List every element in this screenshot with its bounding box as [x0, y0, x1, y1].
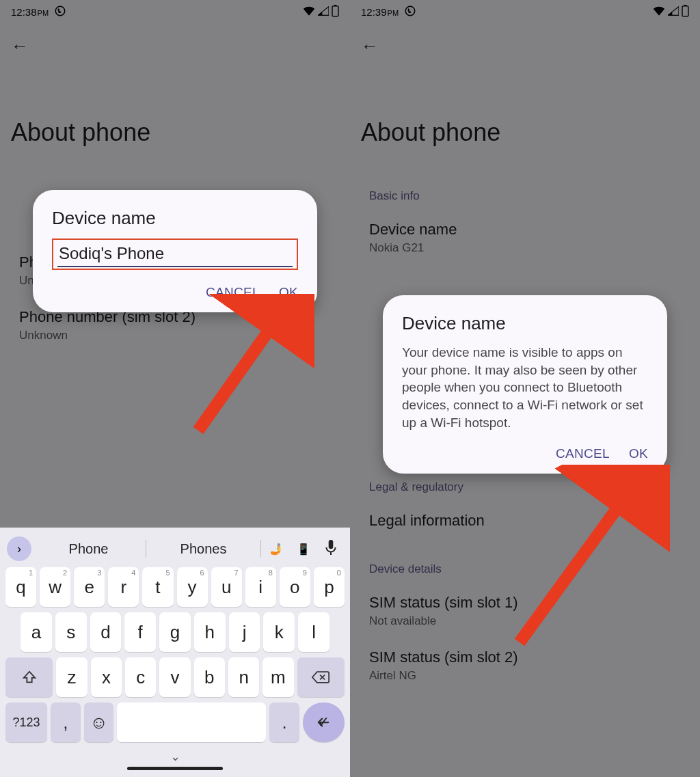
- key-j[interactable]: j: [229, 612, 260, 652]
- key-g[interactable]: g: [159, 612, 191, 652]
- key-d[interactable]: d: [90, 612, 122, 652]
- emoji-suggestion[interactable]: 📱: [291, 543, 316, 556]
- comma-key[interactable]: ,: [51, 703, 81, 742]
- key-m[interactable]: m: [262, 657, 293, 697]
- key-p[interactable]: p0: [314, 567, 345, 607]
- key-v[interactable]: v: [159, 657, 190, 697]
- key-s[interactable]: s: [55, 612, 87, 652]
- key-e[interactable]: e3: [74, 567, 105, 607]
- key-t[interactable]: t5: [142, 567, 173, 607]
- keyboard: › Phone Phones 🤳 📱 q1w2e3r4t5y6u7i8o9p0 …: [0, 528, 350, 777]
- key-k[interactable]: k: [263, 612, 295, 652]
- key-f[interactable]: f: [124, 612, 156, 652]
- enter-key[interactable]: ✓: [303, 703, 345, 742]
- key-q[interactable]: q1: [5, 567, 36, 607]
- emoji-suggestion[interactable]: 🤳: [264, 543, 288, 556]
- key-w[interactable]: w2: [40, 567, 70, 607]
- key-l[interactable]: l: [298, 612, 329, 652]
- key-r[interactable]: r4: [108, 567, 139, 607]
- key-y[interactable]: y6: [177, 567, 208, 607]
- device-name-edit-dialog: Device name CANCEL OK: [33, 190, 317, 312]
- device-name-input[interactable]: [57, 244, 293, 267]
- device-name-info-dialog: Device name Your device name is visible …: [383, 295, 667, 474]
- right-screenshot: 12:39PM ← About phone Basic info Device …: [350, 0, 700, 777]
- space-key[interactable]: [117, 703, 266, 742]
- key-h[interactable]: h: [194, 612, 226, 652]
- cancel-button[interactable]: CANCEL: [556, 446, 610, 461]
- ok-button[interactable]: OK: [279, 285, 298, 300]
- left-screenshot: 12:38PM ← About phone . Phone number (si…: [0, 0, 350, 777]
- collapse-keyboard-icon[interactable]: ⌄: [170, 750, 180, 763]
- backspace-key[interactable]: [297, 657, 345, 697]
- key-u[interactable]: u7: [211, 567, 242, 607]
- mic-icon[interactable]: [319, 540, 343, 558]
- period-key[interactable]: .: [269, 703, 299, 742]
- input-highlight: [52, 238, 298, 270]
- ok-button[interactable]: OK: [629, 446, 648, 461]
- dialog-body: Your device name is visible to apps on y…: [402, 344, 648, 431]
- key-x[interactable]: x: [91, 657, 122, 697]
- emoji-key[interactable]: ☺: [84, 703, 114, 742]
- key-b[interactable]: b: [194, 657, 225, 697]
- svg-rect-4: [329, 540, 334, 549]
- key-o[interactable]: o9: [280, 567, 310, 607]
- dialog-title: Device name: [52, 208, 298, 229]
- dialog-title: Device name: [402, 313, 648, 334]
- shift-key[interactable]: [5, 657, 53, 697]
- suggestion[interactable]: Phones: [149, 541, 258, 557]
- symbols-key[interactable]: ?123: [5, 703, 47, 742]
- cancel-button[interactable]: CANCEL: [206, 285, 260, 300]
- key-i[interactable]: i8: [245, 567, 276, 607]
- key-z[interactable]: z: [56, 657, 87, 697]
- key-n[interactable]: n: [228, 657, 259, 697]
- suggestion[interactable]: Phone: [34, 541, 143, 557]
- expand-suggestions-button[interactable]: ›: [7, 536, 31, 561]
- key-c[interactable]: c: [125, 657, 156, 697]
- key-a[interactable]: a: [21, 612, 52, 652]
- nav-pill[interactable]: [127, 767, 223, 770]
